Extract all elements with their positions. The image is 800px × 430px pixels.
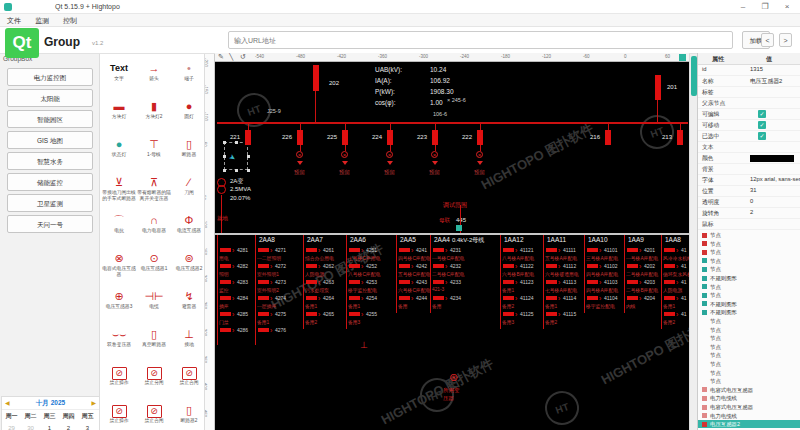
- palette-item[interactable]: ⊗电容式电压互感器: [102, 250, 136, 277]
- tree-item[interactable]: 不规则图形: [698, 300, 800, 308]
- sidebar-button-7[interactable]: 天问一号: [7, 215, 93, 233]
- selection-handle[interactable]: [247, 169, 250, 172]
- feeder-switch[interactable]: [546, 264, 557, 268]
- feeder-switch[interactable]: [306, 248, 317, 252]
- palette-item[interactable]: ⊤1-母线: [137, 136, 171, 158]
- property-value[interactable]: 1315: [750, 66, 763, 72]
- property-value[interactable]: 31: [750, 187, 756, 193]
- tree-item[interactable]: 不规则图形: [698, 308, 800, 316]
- feeder-switch[interactable]: [258, 280, 269, 284]
- feeder-switch[interactable]: [587, 248, 598, 252]
- palette-item[interactable]: ↯避雷器: [172, 288, 205, 310]
- canvas-scrollbar[interactable]: [689, 54, 697, 430]
- sidebar-button-2[interactable]: 智能园区: [7, 110, 93, 128]
- feeder-switch[interactable]: [433, 248, 444, 252]
- feeder-breaker[interactable]: [432, 130, 438, 145]
- feeder-switch[interactable]: [349, 248, 360, 252]
- feeder-switch[interactable]: [258, 296, 269, 300]
- feeder-switch[interactable]: [546, 248, 557, 252]
- feeder-switch[interactable]: [306, 280, 317, 284]
- tree-item[interactable]: 电容式电压互感器: [698, 403, 800, 411]
- property-value[interactable]: 2: [750, 209, 753, 215]
- palette-item[interactable]: ⊘禁止操作: [102, 402, 136, 424]
- feeder-switch[interactable]: [306, 264, 317, 268]
- tree-item[interactable]: 不规则图形: [698, 274, 800, 282]
- feeder-switch[interactable]: [587, 264, 598, 268]
- feeder-switch[interactable]: [546, 296, 557, 300]
- tree-item[interactable]: 节点: [698, 351, 800, 359]
- feeder-switch[interactable]: [349, 280, 360, 284]
- feeder-switch[interactable]: [503, 296, 514, 300]
- feeder-switch[interactable]: [399, 264, 410, 268]
- feeder-switch[interactable]: [220, 312, 231, 316]
- calendar-next-icon[interactable]: ▶: [91, 399, 96, 406]
- feeder-switch[interactable]: [258, 248, 269, 252]
- tree-item[interactable]: 节点: [698, 317, 800, 325]
- palette-item[interactable]: ⊘禁止操作: [102, 364, 136, 386]
- palette-item[interactable]: ●状态灯: [102, 136, 136, 158]
- feeder-switch[interactable]: [399, 248, 410, 252]
- palette-item[interactable]: •端子: [172, 60, 205, 82]
- calendar-day[interactable]: 3: [78, 422, 97, 430]
- tree-item[interactable]: 电容式电压互感器: [698, 386, 800, 394]
- tree-item[interactable]: 节点: [698, 369, 800, 377]
- palette-item[interactable]: ⌒电抗: [102, 212, 136, 234]
- palette-item[interactable]: ⊻带接地刀闸出线的手车式断路器: [102, 174, 136, 201]
- palette-item[interactable]: Text文字: [102, 60, 136, 82]
- tree-item[interactable]: 节点: [698, 265, 800, 273]
- minimize-button[interactable]: –: [732, 1, 754, 13]
- feeder-switch[interactable]: [503, 264, 514, 268]
- breaker-202[interactable]: [313, 65, 319, 91]
- feeder-switch[interactable]: [627, 264, 638, 268]
- palette-item[interactable]: ⊘禁止分闸: [137, 364, 171, 386]
- prev-button[interactable]: <: [761, 33, 774, 47]
- feeder-switch[interactable]: [349, 312, 360, 316]
- menu-item-1[interactable]: 监测: [28, 14, 56, 28]
- feeder-switch[interactable]: [306, 312, 317, 316]
- property-checkbox[interactable]: ✓: [758, 110, 766, 118]
- feeder-switch[interactable]: [220, 280, 231, 284]
- feeder-breaker[interactable]: [342, 130, 348, 145]
- tree-item-selected[interactable]: 电压互感器2: [698, 420, 800, 428]
- calendar-day[interactable]: 29: [2, 422, 21, 430]
- palette-item[interactable]: ⊙电压互感器1: [137, 250, 171, 272]
- feeder-switch[interactable]: [664, 264, 675, 268]
- canvas-settings-icon[interactable]: [679, 54, 686, 61]
- feeder-switch[interactable]: [258, 328, 269, 332]
- feeder-breaker[interactable]: [477, 130, 483, 145]
- palette-item[interactable]: Φ电流互感器: [172, 212, 205, 234]
- tree-item[interactable]: 节点: [698, 360, 800, 368]
- feeder-switch[interactable]: [349, 264, 360, 268]
- undo-icon[interactable]: ↺: [240, 53, 246, 61]
- next-button[interactable]: >: [779, 33, 792, 47]
- selection-handle[interactable]: [235, 169, 238, 172]
- tree-item[interactable]: 节点: [698, 240, 800, 248]
- feeder-switch[interactable]: [220, 328, 231, 332]
- palette-item[interactable]: ⊚电压互感器2: [172, 250, 205, 272]
- property-value[interactable]: 12px arial, sans-serif: [750, 176, 800, 182]
- palette-item[interactable]: ∩电力电容器: [137, 212, 171, 234]
- feeder-breaker[interactable]: [677, 130, 683, 145]
- palette-item[interactable]: ▯真空断路器: [137, 326, 171, 348]
- tree-item[interactable]: 节点: [698, 377, 800, 385]
- sidebar-button-1[interactable]: 太阳能: [7, 89, 93, 107]
- selection-handle[interactable]: [223, 169, 226, 172]
- feeder-switch[interactable]: [399, 280, 410, 284]
- palette-item[interactable]: ⊼带有熔断器的隔离开关变压器: [137, 174, 171, 201]
- sidebar-button-3[interactable]: GIS 地图: [7, 131, 93, 149]
- palette-item[interactable]: ⊘禁止合闸: [137, 402, 171, 424]
- property-checkbox[interactable]: ✓: [758, 121, 766, 129]
- breaker-201[interactable]: [655, 75, 661, 100]
- feeder-switch[interactable]: [433, 280, 444, 284]
- feeder-switch[interactable]: [587, 296, 598, 300]
- palette-item[interactable]: ⊘禁止合闸: [172, 364, 205, 386]
- feeder-switch[interactable]: [433, 264, 444, 268]
- property-value[interactable]: 电压互感器2: [750, 77, 782, 86]
- palette-item[interactable]: ⊕电压互感器3: [102, 288, 136, 310]
- property-color-swatch[interactable]: [750, 155, 794, 162]
- palette-item[interactable]: ⊣⊢电缆: [137, 288, 171, 310]
- property-checkbox[interactable]: ✓: [758, 132, 766, 140]
- feeder-switch[interactable]: [664, 296, 675, 300]
- diagram-canvas[interactable]: ✎╲↺-540-480-420-360-300-240-180-120-6006…: [215, 53, 689, 430]
- palette-item[interactable]: ●圆灯: [172, 98, 205, 120]
